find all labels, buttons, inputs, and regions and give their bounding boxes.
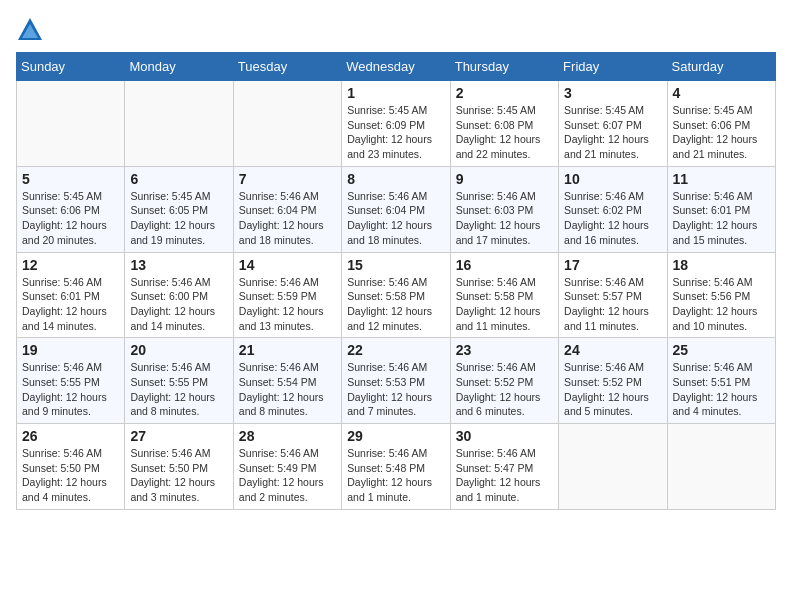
day-number: 18 xyxy=(673,257,770,273)
day-detail: Sunrise: 5:46 AMSunset: 5:58 PMDaylight:… xyxy=(347,275,444,334)
calendar-day-cell: 21Sunrise: 5:46 AMSunset: 5:54 PMDayligh… xyxy=(233,338,341,424)
calendar-week-row: 19Sunrise: 5:46 AMSunset: 5:55 PMDayligh… xyxy=(17,338,776,424)
calendar-week-row: 12Sunrise: 5:46 AMSunset: 6:01 PMDayligh… xyxy=(17,252,776,338)
day-detail: Sunrise: 5:45 AMSunset: 6:06 PMDaylight:… xyxy=(22,189,119,248)
day-number: 1 xyxy=(347,85,444,101)
day-number: 23 xyxy=(456,342,553,358)
calendar-day-cell: 25Sunrise: 5:46 AMSunset: 5:51 PMDayligh… xyxy=(667,338,775,424)
day-detail: Sunrise: 5:46 AMSunset: 5:55 PMDaylight:… xyxy=(22,360,119,419)
day-number: 4 xyxy=(673,85,770,101)
day-number: 26 xyxy=(22,428,119,444)
calendar-day-cell: 18Sunrise: 5:46 AMSunset: 5:56 PMDayligh… xyxy=(667,252,775,338)
day-detail: Sunrise: 5:45 AMSunset: 6:06 PMDaylight:… xyxy=(673,103,770,162)
calendar-day-cell: 10Sunrise: 5:46 AMSunset: 6:02 PMDayligh… xyxy=(559,166,667,252)
calendar-week-row: 26Sunrise: 5:46 AMSunset: 5:50 PMDayligh… xyxy=(17,424,776,510)
calendar-day-cell: 15Sunrise: 5:46 AMSunset: 5:58 PMDayligh… xyxy=(342,252,450,338)
calendar-day-cell: 17Sunrise: 5:46 AMSunset: 5:57 PMDayligh… xyxy=(559,252,667,338)
day-number: 11 xyxy=(673,171,770,187)
weekday-header: Wednesday xyxy=(342,53,450,81)
weekday-header: Thursday xyxy=(450,53,558,81)
day-detail: Sunrise: 5:45 AMSunset: 6:07 PMDaylight:… xyxy=(564,103,661,162)
day-number: 28 xyxy=(239,428,336,444)
day-detail: Sunrise: 5:46 AMSunset: 5:48 PMDaylight:… xyxy=(347,446,444,505)
day-number: 20 xyxy=(130,342,227,358)
day-number: 3 xyxy=(564,85,661,101)
day-number: 19 xyxy=(22,342,119,358)
calendar-day-cell: 19Sunrise: 5:46 AMSunset: 5:55 PMDayligh… xyxy=(17,338,125,424)
day-detail: Sunrise: 5:46 AMSunset: 5:50 PMDaylight:… xyxy=(130,446,227,505)
weekday-header: Monday xyxy=(125,53,233,81)
calendar-day-cell: 9Sunrise: 5:46 AMSunset: 6:03 PMDaylight… xyxy=(450,166,558,252)
day-detail: Sunrise: 5:46 AMSunset: 5:52 PMDaylight:… xyxy=(456,360,553,419)
day-number: 10 xyxy=(564,171,661,187)
day-detail: Sunrise: 5:46 AMSunset: 5:50 PMDaylight:… xyxy=(22,446,119,505)
day-detail: Sunrise: 5:46 AMSunset: 5:55 PMDaylight:… xyxy=(130,360,227,419)
day-number: 6 xyxy=(130,171,227,187)
day-number: 8 xyxy=(347,171,444,187)
day-detail: Sunrise: 5:46 AMSunset: 6:02 PMDaylight:… xyxy=(564,189,661,248)
calendar-day-cell: 7Sunrise: 5:46 AMSunset: 6:04 PMDaylight… xyxy=(233,166,341,252)
day-detail: Sunrise: 5:46 AMSunset: 6:04 PMDaylight:… xyxy=(239,189,336,248)
day-number: 29 xyxy=(347,428,444,444)
day-number: 16 xyxy=(456,257,553,273)
calendar-day-cell: 3Sunrise: 5:45 AMSunset: 6:07 PMDaylight… xyxy=(559,81,667,167)
day-detail: Sunrise: 5:46 AMSunset: 5:57 PMDaylight:… xyxy=(564,275,661,334)
calendar-day-cell: 28Sunrise: 5:46 AMSunset: 5:49 PMDayligh… xyxy=(233,424,341,510)
day-detail: Sunrise: 5:46 AMSunset: 5:53 PMDaylight:… xyxy=(347,360,444,419)
calendar-day-cell xyxy=(667,424,775,510)
day-detail: Sunrise: 5:46 AMSunset: 6:00 PMDaylight:… xyxy=(130,275,227,334)
day-detail: Sunrise: 5:45 AMSunset: 6:05 PMDaylight:… xyxy=(130,189,227,248)
calendar-day-cell: 14Sunrise: 5:46 AMSunset: 5:59 PMDayligh… xyxy=(233,252,341,338)
calendar-day-cell: 26Sunrise: 5:46 AMSunset: 5:50 PMDayligh… xyxy=(17,424,125,510)
day-number: 12 xyxy=(22,257,119,273)
weekday-header: Tuesday xyxy=(233,53,341,81)
calendar-day-cell: 4Sunrise: 5:45 AMSunset: 6:06 PMDaylight… xyxy=(667,81,775,167)
calendar-day-cell: 30Sunrise: 5:46 AMSunset: 5:47 PMDayligh… xyxy=(450,424,558,510)
weekday-header: Friday xyxy=(559,53,667,81)
calendar-day-cell: 5Sunrise: 5:45 AMSunset: 6:06 PMDaylight… xyxy=(17,166,125,252)
day-detail: Sunrise: 5:46 AMSunset: 5:51 PMDaylight:… xyxy=(673,360,770,419)
day-detail: Sunrise: 5:46 AMSunset: 5:47 PMDaylight:… xyxy=(456,446,553,505)
day-detail: Sunrise: 5:46 AMSunset: 5:59 PMDaylight:… xyxy=(239,275,336,334)
day-number: 22 xyxy=(347,342,444,358)
day-number: 15 xyxy=(347,257,444,273)
day-number: 14 xyxy=(239,257,336,273)
day-detail: Sunrise: 5:45 AMSunset: 6:08 PMDaylight:… xyxy=(456,103,553,162)
day-number: 7 xyxy=(239,171,336,187)
weekday-header: Sunday xyxy=(17,53,125,81)
day-number: 9 xyxy=(456,171,553,187)
day-detail: Sunrise: 5:46 AMSunset: 5:54 PMDaylight:… xyxy=(239,360,336,419)
day-detail: Sunrise: 5:46 AMSunset: 6:04 PMDaylight:… xyxy=(347,189,444,248)
page-header xyxy=(16,16,776,44)
day-number: 5 xyxy=(22,171,119,187)
day-number: 2 xyxy=(456,85,553,101)
calendar-day-cell: 8Sunrise: 5:46 AMSunset: 6:04 PMDaylight… xyxy=(342,166,450,252)
day-detail: Sunrise: 5:46 AMSunset: 6:01 PMDaylight:… xyxy=(22,275,119,334)
weekday-header: Saturday xyxy=(667,53,775,81)
calendar-day-cell: 13Sunrise: 5:46 AMSunset: 6:00 PMDayligh… xyxy=(125,252,233,338)
calendar-day-cell: 12Sunrise: 5:46 AMSunset: 6:01 PMDayligh… xyxy=(17,252,125,338)
day-detail: Sunrise: 5:46 AMSunset: 6:01 PMDaylight:… xyxy=(673,189,770,248)
calendar-day-cell: 27Sunrise: 5:46 AMSunset: 5:50 PMDayligh… xyxy=(125,424,233,510)
calendar-day-cell: 20Sunrise: 5:46 AMSunset: 5:55 PMDayligh… xyxy=(125,338,233,424)
day-detail: Sunrise: 5:46 AMSunset: 5:56 PMDaylight:… xyxy=(673,275,770,334)
calendar-day-cell: 1Sunrise: 5:45 AMSunset: 6:09 PMDaylight… xyxy=(342,81,450,167)
day-number: 30 xyxy=(456,428,553,444)
calendar-week-row: 1Sunrise: 5:45 AMSunset: 6:09 PMDaylight… xyxy=(17,81,776,167)
day-detail: Sunrise: 5:46 AMSunset: 5:58 PMDaylight:… xyxy=(456,275,553,334)
calendar-day-cell: 16Sunrise: 5:46 AMSunset: 5:58 PMDayligh… xyxy=(450,252,558,338)
day-number: 21 xyxy=(239,342,336,358)
day-detail: Sunrise: 5:46 AMSunset: 5:52 PMDaylight:… xyxy=(564,360,661,419)
calendar-day-cell: 2Sunrise: 5:45 AMSunset: 6:08 PMDaylight… xyxy=(450,81,558,167)
weekday-header-row: SundayMondayTuesdayWednesdayThursdayFrid… xyxy=(17,53,776,81)
logo xyxy=(16,16,48,44)
calendar-day-cell: 29Sunrise: 5:46 AMSunset: 5:48 PMDayligh… xyxy=(342,424,450,510)
calendar-day-cell: 11Sunrise: 5:46 AMSunset: 6:01 PMDayligh… xyxy=(667,166,775,252)
day-number: 24 xyxy=(564,342,661,358)
calendar-table: SundayMondayTuesdayWednesdayThursdayFrid… xyxy=(16,52,776,510)
day-detail: Sunrise: 5:46 AMSunset: 6:03 PMDaylight:… xyxy=(456,189,553,248)
day-number: 25 xyxy=(673,342,770,358)
day-detail: Sunrise: 5:46 AMSunset: 5:49 PMDaylight:… xyxy=(239,446,336,505)
calendar-day-cell: 22Sunrise: 5:46 AMSunset: 5:53 PMDayligh… xyxy=(342,338,450,424)
calendar-day-cell: 23Sunrise: 5:46 AMSunset: 5:52 PMDayligh… xyxy=(450,338,558,424)
